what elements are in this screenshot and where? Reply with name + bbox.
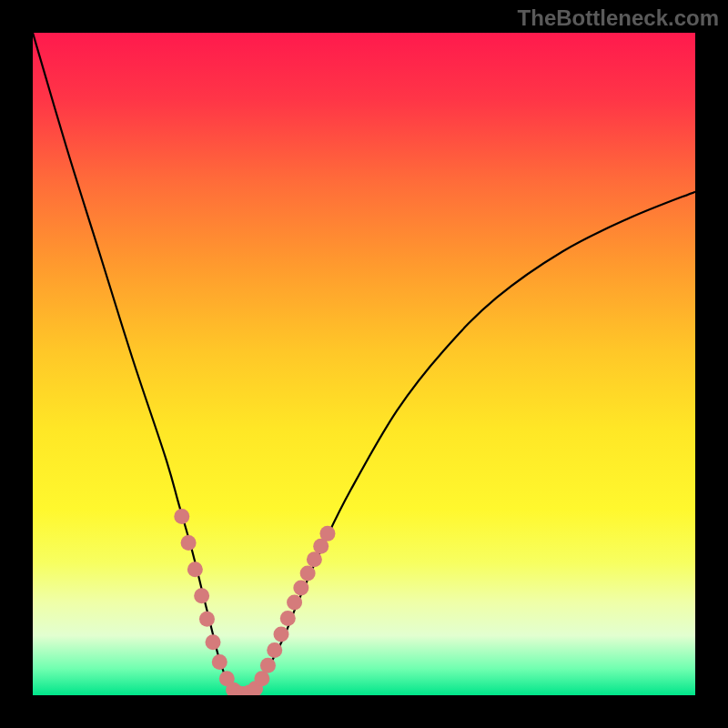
watermark-text: TheBottleneck.com bbox=[518, 5, 719, 31]
plot-svg bbox=[33, 33, 695, 695]
data-dot bbox=[319, 526, 335, 541]
data-dot bbox=[174, 509, 189, 524]
plot-area bbox=[33, 33, 695, 695]
data-dot bbox=[194, 588, 209, 603]
data-dot bbox=[280, 611, 296, 626]
data-dot bbox=[274, 627, 289, 642]
data-dot bbox=[254, 671, 269, 686]
data-dot bbox=[206, 634, 221, 650]
data-dot bbox=[181, 535, 197, 551]
data-dot bbox=[267, 642, 282, 658]
chart-canvas: TheBottleneck.com bbox=[0, 0, 728, 728]
data-dot bbox=[212, 654, 228, 670]
gradient-bg bbox=[33, 33, 695, 695]
data-dot bbox=[199, 612, 215, 627]
data-dot bbox=[287, 595, 302, 611]
data-dot bbox=[260, 658, 276, 673]
data-dot bbox=[307, 551, 322, 567]
data-dot bbox=[293, 581, 308, 596]
data-dot bbox=[300, 566, 316, 581]
data-dot bbox=[187, 561, 203, 577]
